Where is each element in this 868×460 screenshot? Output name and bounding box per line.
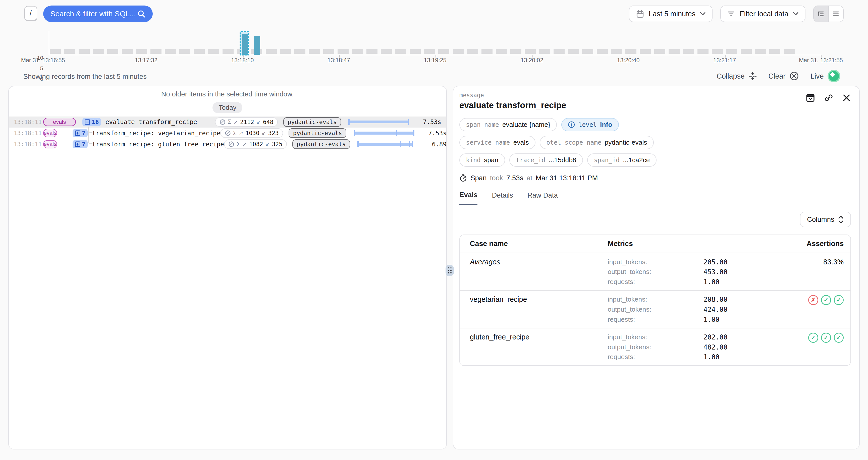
assertion-icons: ✓✓✓ (790, 332, 844, 362)
check-circle-icon: ✓ (821, 333, 831, 343)
top-bar: / Search & filter with SQL... Last 5 min… (0, 0, 868, 28)
x-axis-label: 13:20:02 (521, 57, 543, 64)
arrow-down-left-icon: ↙ (256, 119, 261, 125)
output-tokens: 323 (268, 130, 279, 136)
x-axis-labels: Mar 31. 13:16:55 13:17:32 13:18:10 13:18… (0, 57, 868, 65)
status-row: Showing records from the last 5 minutes … (0, 66, 868, 86)
trace-row[interactable]: 13:18:11 evals 16 evaluate transform_rec… (9, 117, 446, 128)
metric-value: 453.00 (704, 267, 790, 277)
attr-value: evals (514, 139, 529, 146)
attr-level[interactable]: level Info (561, 118, 619, 131)
span-count: 7 (82, 130, 85, 136)
metric-label: requests: (608, 315, 704, 325)
collapse-label: Collapse (717, 72, 744, 80)
chain-link-icon (824, 93, 833, 102)
token-usage-pill: Σ ↗ 2112 ↙ 648 (215, 117, 278, 127)
span-duration-summary: Span took 7.53s at Mar 31 13:18:11 PM (459, 174, 851, 182)
expand-panel-button[interactable] (806, 93, 815, 102)
row-timestamp: 13:18:11 (14, 141, 39, 147)
stopwatch-icon (459, 174, 467, 182)
metric-label: requests: (608, 277, 704, 287)
span-count: 7 (82, 141, 85, 147)
metric-value: 202.00 (704, 332, 790, 342)
x-axis-label: 13:18:10 (231, 57, 254, 64)
metric-value: 208.00 (704, 295, 790, 304)
span-count-pill[interactable]: 16 (82, 118, 101, 126)
tree-view-toggle[interactable] (814, 6, 828, 22)
x-axis-label: 13:21:17 (713, 57, 736, 64)
filter-local-data-button[interactable]: Filter local data (720, 5, 805, 22)
tab-raw-data[interactable]: Raw Data (527, 191, 558, 205)
metric-label: output_tokens: (608, 342, 704, 352)
arrow-up-right-icon: ↗ (242, 141, 247, 147)
duration-text: 7.53s (416, 130, 446, 137)
columns-button[interactable]: Columns (800, 212, 851, 227)
columns-label: Columns (807, 216, 834, 224)
metric-value: 424.00 (704, 304, 790, 315)
assertion-icons: ✗✓✓ (790, 295, 844, 324)
duration-text: 6.89s (419, 141, 446, 148)
case-name: Averages (470, 257, 608, 287)
evals-table-row: gluten_free_recipe input_tokens: output_… (460, 328, 850, 366)
expand-node-icon (75, 141, 81, 147)
service-badge[interactable]: evals (43, 118, 76, 126)
attr-value: ...15ddb8 (549, 156, 576, 164)
attr-trace-id[interactable]: trace_id ...15ddb8 (509, 154, 583, 167)
collapse-button[interactable]: Collapse (717, 72, 757, 80)
tree-list-icon (817, 10, 825, 18)
search-icon (137, 10, 146, 18)
attr-value: evaluate {name} (502, 121, 550, 129)
evals-table-row: Averages input_tokens: output_tokens: re… (460, 253, 850, 291)
summary-duration: 7.53s (506, 174, 523, 182)
metric-value: 1.00 (704, 277, 790, 287)
live-toggle[interactable]: Live (810, 70, 840, 83)
attr-span-id[interactable]: span_id ...1ca2ce (587, 154, 656, 167)
trace-row[interactable]: 13:18:11 evals 7 transform_recipe: glute… (9, 139, 446, 150)
copy-link-button[interactable] (824, 93, 833, 102)
attr-kind[interactable]: kind span (459, 154, 505, 167)
span-count-pill[interactable]: 7 (72, 140, 88, 149)
attr-key: otel_scope_name (546, 139, 601, 146)
span-count: 16 (92, 119, 99, 125)
close-icon (843, 94, 850, 102)
date-chip: Today (213, 102, 242, 113)
trace-rows: 13:18:11 evals 16 evaluate transform_rec… (9, 117, 446, 150)
input-tokens: 2112 (240, 119, 254, 125)
trace-row[interactable]: 13:18:11 evals 7 transform_recipe: veget… (9, 128, 446, 139)
expand-node-icon (75, 130, 81, 136)
attr-service-name[interactable]: service_name evals (459, 136, 535, 149)
x-axis-label: 13:19:25 (424, 57, 446, 64)
summary-took-word: took (490, 174, 503, 182)
duration-text: 7.53s (410, 118, 441, 126)
drag-dots-icon (448, 267, 452, 273)
collapse-vertical-icon (748, 72, 757, 80)
view-toggle-group (813, 5, 844, 22)
span-title: evaluate transform_recipe (459, 100, 851, 110)
scope-tag[interactable]: pydantic-evals (292, 139, 350, 149)
coin-icon (228, 141, 234, 147)
search-button[interactable]: Search & filter with SQL... (43, 5, 153, 22)
panel-resize-handle[interactable] (445, 265, 454, 276)
metric-value: 205.00 (704, 257, 790, 267)
span-count-pill[interactable]: 7 (72, 129, 88, 137)
service-badge[interactable]: evals (43, 140, 57, 149)
attr-otel-scope-name[interactable]: otel_scope_name pydantic-evals (540, 136, 654, 149)
time-range-button[interactable]: Last 5 minutes (629, 5, 713, 22)
x-circle-icon (789, 71, 799, 80)
service-badge[interactable]: evals (43, 129, 57, 137)
slash-shortcut-key: / (24, 6, 37, 21)
case-name: gluten_free_recipe (470, 332, 608, 362)
duration-bar (348, 118, 409, 126)
tab-evals[interactable]: Evals (459, 191, 477, 205)
row-timestamp: 13:18:11 (14, 130, 39, 136)
empty-window-notice: No older items in the selected time wind… (9, 90, 446, 98)
attr-span-name[interactable]: span_name evaluate {name} (459, 118, 557, 131)
close-panel-button[interactable] (843, 94, 850, 102)
clear-button[interactable]: Clear (768, 71, 799, 80)
scope-tag[interactable]: pydantic-evals (283, 117, 341, 127)
timeline-bar[interactable] (254, 36, 260, 55)
tab-details[interactable]: Details (492, 191, 513, 205)
list-view-toggle[interactable] (829, 6, 843, 22)
attr-value: ...1ca2ce (623, 156, 650, 164)
scope-tag[interactable]: pydantic-evals (288, 128, 346, 138)
